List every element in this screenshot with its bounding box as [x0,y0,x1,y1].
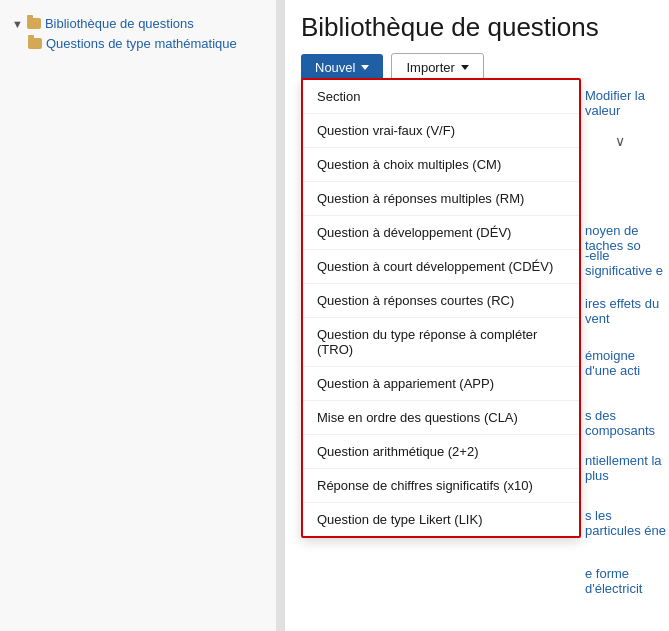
sidebar-root-label: Bibliothèque de questions [45,16,194,31]
new-button-label: Nouvel [315,60,355,75]
bg-text-6: ntiellement la plus [585,453,669,483]
import-button-chevron-icon [461,65,469,70]
dropdown-item-vrai-faux[interactable]: Question vrai-faux (V/F) [303,114,579,148]
sidebar-item-root[interactable]: ▼ Bibliothèque de questions [8,14,276,33]
dropdown-item-appariement[interactable]: Question à appariement (APP) [303,367,579,401]
dropdown-item-choix-multiples[interactable]: Question à choix multiples (CM) [303,148,579,182]
bg-text-5: s des composants [585,408,669,438]
header: Bibliothèque de questions Nouvel Importe… [285,0,669,90]
import-button-label: Importer [406,60,454,75]
dropdown-item-reponses-multiples[interactable]: Question à réponses multiples (RM) [303,182,579,216]
dropdown-item-mise-en-ordre[interactable]: Mise en ordre des questions (CLA) [303,401,579,435]
main-content: Bibliothèque de questions Nouvel Importe… [285,0,669,631]
bg-text-2: -elle significative e [585,248,669,278]
sidebar: ▼ Bibliothèque de questions Questions de… [0,0,285,631]
dropdown-item-likert[interactable]: Question de type Likert (LIK) [303,503,579,536]
sidebar-tree: ▼ Bibliothèque de questions Questions de… [0,8,284,60]
dropdown-item-reponses-courtes[interactable]: Question à réponses courtes (RC) [303,284,579,318]
bg-text-7: s les particules éne [585,508,669,538]
folder-icon [27,18,41,29]
page-title: Bibliothèque de questions [301,12,653,43]
bg-chevron-icon: ∨ [615,133,625,149]
bg-text-4: émoigne d'une acti [585,348,669,378]
dropdown-item-section[interactable]: Section [303,80,579,114]
bg-text-8: e forme d'électricit [585,566,669,596]
dropdown-menu: SectionQuestion vrai-faux (V/F)Question … [301,78,581,538]
dropdown-item-chiffres-significatifs[interactable]: Réponse de chiffres significatifs (x10) [303,469,579,503]
sidebar-child-label: Questions de type mathématique [46,36,237,51]
dropdown-overlay: SectionQuestion vrai-faux (V/F)Question … [301,78,581,538]
folder-icon-child [28,38,42,49]
new-button[interactable]: Nouvel [301,54,383,81]
dropdown-item-reponse-completer[interactable]: Question du type réponse à compléter (TR… [303,318,579,367]
new-button-chevron-icon [361,65,369,70]
dropdown-item-court-developpement[interactable]: Question à court développement (CDÉV) [303,250,579,284]
sidebar-item-math[interactable]: Questions de type mathématique [8,33,276,54]
expand-icon: ▼ [12,18,23,30]
bg-link-modifier[interactable]: Modifier la valeur [585,88,669,118]
bg-text-3: ires effets du vent [585,296,669,326]
background-content: Modifier la valeur ∨ noyen de taches so … [585,78,669,631]
dropdown-item-developpement[interactable]: Question à développement (DÉV) [303,216,579,250]
dropdown-item-arithmetique[interactable]: Question arithmétique (2+2) [303,435,579,469]
sidebar-scrollbar[interactable] [276,0,284,631]
